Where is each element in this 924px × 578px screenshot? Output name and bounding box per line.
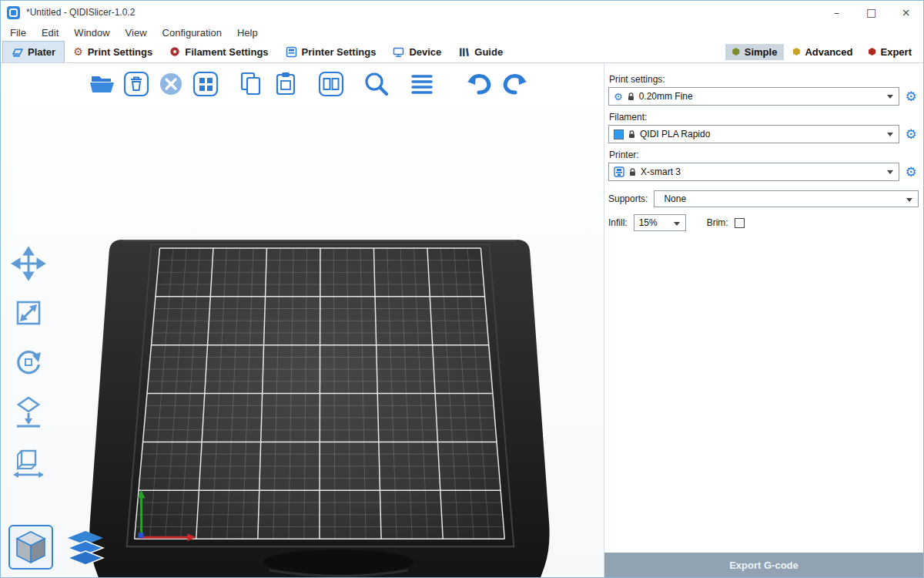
infill-select[interactable]: 15% xyxy=(634,214,686,231)
place-on-face-button[interactable] xyxy=(10,393,47,430)
delete-all-button[interactable] xyxy=(156,69,186,99)
layers-list-icon xyxy=(407,69,437,99)
printer-icon xyxy=(286,46,297,58)
editor-view-icon xyxy=(14,529,48,565)
print-settings-value: 0.20mm Fine xyxy=(639,91,693,102)
tab-printer-settings[interactable]: Printer Settings xyxy=(277,41,385,62)
lock-icon xyxy=(628,92,634,101)
open-file-button[interactable] xyxy=(87,69,116,99)
menu-window[interactable]: Window xyxy=(66,25,117,40)
scale-to-fit-icon xyxy=(11,443,46,479)
tab-filament-settings[interactable]: Filament Settings xyxy=(161,41,276,62)
tab-label: Device xyxy=(409,46,441,58)
window-title: *Untitled - QIDISlicer-1.0.2 xyxy=(26,7,135,18)
device-icon xyxy=(393,46,404,58)
viewport-3d[interactable] xyxy=(1,63,604,577)
print-settings-gear-button[interactable]: ⚙ xyxy=(903,90,919,103)
tab-bar: Plater ⚙ Print Settings Filament Setting… xyxy=(1,41,923,63)
search-button[interactable] xyxy=(362,69,391,99)
lock-icon xyxy=(629,168,636,176)
menu-view[interactable]: View xyxy=(118,25,155,40)
app-logo-icon xyxy=(7,6,20,19)
scale-button[interactable] xyxy=(10,294,47,331)
minimize-button[interactable]: – xyxy=(819,1,854,24)
copy-icon xyxy=(236,69,266,99)
arrange-icon xyxy=(191,69,220,99)
supports-select[interactable]: None xyxy=(654,190,919,207)
brim-checkbox[interactable] xyxy=(735,218,745,228)
printer-label: Printer: xyxy=(609,150,919,160)
tab-label: Filament Settings xyxy=(185,46,268,58)
menu-file[interactable]: File xyxy=(2,25,34,40)
place-on-face-icon xyxy=(11,394,46,429)
expert-mode-dot-icon xyxy=(869,48,876,55)
printer-gear-button[interactable]: ⚙ xyxy=(903,166,919,179)
mode-label: Advanced xyxy=(805,46,852,58)
advanced-mode-dot-icon xyxy=(792,48,800,55)
undo-icon xyxy=(465,69,494,99)
lock-icon xyxy=(628,130,635,139)
split-icon xyxy=(316,69,346,99)
move-button[interactable] xyxy=(10,245,47,282)
menu-edit[interactable]: Edit xyxy=(34,25,66,40)
print-settings-select[interactable]: ⚙ 0.20mm Fine xyxy=(608,87,899,106)
simple-mode-dot-icon xyxy=(732,48,740,55)
infill-label: Infill: xyxy=(608,217,628,228)
menu-help[interactable]: Help xyxy=(229,25,266,40)
view-switcher xyxy=(8,525,107,570)
layers-list-button[interactable] xyxy=(407,69,437,99)
scale-to-fit-button[interactable] xyxy=(10,442,47,479)
rotate-button[interactable] xyxy=(10,344,47,381)
infill-value: 15% xyxy=(639,217,658,228)
maximize-button[interactable]: □ xyxy=(854,1,889,24)
mode-expert[interactable]: Expert xyxy=(862,44,919,60)
plater-icon xyxy=(12,46,23,58)
paste-button[interactable] xyxy=(271,69,300,99)
filament-gear-button[interactable]: ⚙ xyxy=(903,128,919,141)
close-button[interactable]: × xyxy=(889,1,923,24)
editor-view-button[interactable] xyxy=(8,525,53,570)
printer-select[interactable]: X-smart 3 xyxy=(608,163,899,181)
app-window: *Untitled - QIDISlicer-1.0.2 – □ × File … xyxy=(0,0,924,578)
menu-bar: File Edit Window View Configuration Help xyxy=(1,24,923,41)
preview-view-icon xyxy=(65,529,106,566)
print-bed-render xyxy=(1,63,604,577)
tab-label: Plater xyxy=(28,46,55,58)
undo-button[interactable] xyxy=(465,69,494,99)
menu-configuration[interactable]: Configuration xyxy=(155,25,229,40)
supports-label: Supports: xyxy=(608,193,648,204)
mode-simple[interactable]: Simple xyxy=(725,44,785,60)
preview-view-button[interactable] xyxy=(64,526,107,570)
gizmo-toolbar xyxy=(10,245,47,479)
filament-value: QIDI PLA Rapido xyxy=(640,129,710,139)
supports-value: None xyxy=(664,193,686,204)
tab-print-settings[interactable]: ⚙ Print Settings xyxy=(65,41,161,62)
tab-label: Printer Settings xyxy=(302,46,377,58)
split-button[interactable] xyxy=(316,69,346,99)
redo-icon xyxy=(500,69,529,99)
title-bar: *Untitled - QIDISlicer-1.0.2 – □ × xyxy=(1,1,923,24)
move-icon xyxy=(11,246,46,281)
arrange-button[interactable] xyxy=(191,69,220,99)
export-gcode-button[interactable]: Export G-code xyxy=(604,553,923,577)
rotate-icon xyxy=(11,344,46,380)
paste-icon xyxy=(271,69,300,99)
mode-advanced[interactable]: Advanced xyxy=(785,44,859,60)
plater-toolbar xyxy=(87,69,534,99)
preset-gear-icon: ⚙ xyxy=(614,92,623,102)
tab-label: Guide xyxy=(474,46,503,58)
gear-icon: ⚙ xyxy=(73,46,83,57)
filament-select[interactable]: QIDI PLA Rapido xyxy=(608,125,899,143)
mode-label: Simple xyxy=(745,46,778,58)
brim-label: Brim: xyxy=(707,217,728,228)
tab-device[interactable]: Device xyxy=(384,41,450,62)
filament-icon xyxy=(169,46,180,57)
copy-button[interactable] xyxy=(236,69,266,99)
tab-guide[interactable]: Guide xyxy=(450,41,511,62)
scale-icon xyxy=(11,295,46,331)
delete-button[interactable] xyxy=(122,69,151,99)
tab-plater[interactable]: Plater xyxy=(2,41,65,62)
window-controls: – □ × xyxy=(819,1,923,24)
guide-icon xyxy=(458,46,470,58)
redo-button[interactable] xyxy=(500,69,529,99)
